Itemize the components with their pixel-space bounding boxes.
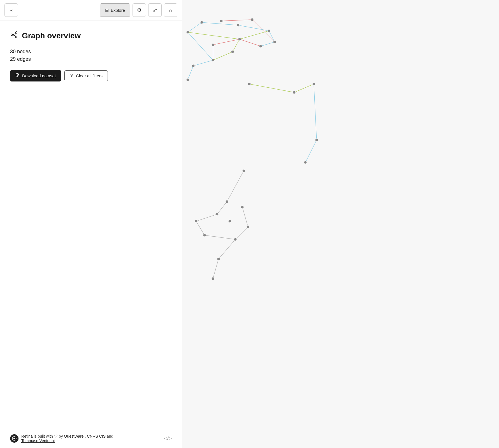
svg-line-37: [217, 202, 227, 214]
footer: Retina is built with ♡ by OuestWare , CN…: [0, 429, 182, 448]
svg-point-73: [217, 258, 220, 260]
svg-point-61: [312, 83, 315, 85]
left-panel: « ⊞ Explore ⚙ ⤢ ⌂: [0, 0, 182, 448]
svg-line-27: [233, 39, 240, 52]
svg-point-53: [238, 38, 241, 41]
explore-icon: ⊞: [105, 8, 109, 13]
collapse-button[interactable]: «: [4, 3, 18, 17]
main-content: Graph overview 30 nodes 29 edges Downloa…: [0, 20, 182, 429]
svg-line-22: [188, 66, 193, 80]
svg-point-54: [231, 50, 234, 53]
svg-point-47: [220, 20, 223, 22]
download-icon: [15, 73, 20, 78]
svg-point-45: [186, 31, 189, 34]
home-button[interactable]: ⌂: [164, 3, 177, 17]
svg-point-70: [234, 238, 237, 241]
svg-point-58: [212, 43, 214, 46]
graph-overview-icon: [10, 31, 18, 41]
svg-line-33: [252, 20, 275, 42]
svg-line-38: [196, 214, 217, 221]
svg-point-66: [216, 213, 219, 216]
svg-point-55: [212, 59, 214, 62]
svg-line-20: [188, 32, 213, 60]
action-buttons: Download dataset Clear all filters: [10, 70, 172, 81]
home-icon: ⌂: [169, 7, 172, 13]
svg-point-62: [315, 139, 318, 141]
clear-filters-label: Clear all filters: [76, 73, 103, 78]
graph-canvas[interactable]: [182, 0, 499, 448]
download-dataset-button[interactable]: Download dataset: [10, 70, 61, 81]
svg-line-6: [15, 35, 16, 37]
svg-point-46: [200, 21, 203, 24]
svg-line-41: [235, 227, 248, 239]
svg-line-32: [221, 20, 252, 21]
svg-point-69: [247, 225, 249, 228]
footer-text-built: is built with ♡ by: [34, 434, 64, 438]
share-button[interactable]: ⤢: [148, 3, 162, 17]
svg-point-64: [242, 169, 245, 172]
cnrs-link[interactable]: CNRS CIS: [87, 434, 106, 438]
footer-left: Retina is built with ♡ by OuestWare , CN…: [10, 434, 113, 443]
svg-point-57: [186, 78, 189, 81]
footer-text: Retina is built with ♡ by OuestWare , CN…: [21, 434, 113, 443]
svg-line-28: [213, 52, 233, 60]
svg-point-59: [248, 83, 251, 85]
svg-line-21: [193, 60, 213, 66]
svg-line-30: [294, 84, 314, 92]
svg-line-24: [314, 84, 317, 140]
svg-point-0: [11, 34, 13, 36]
retina-logo: [10, 434, 18, 443]
svg-line-44: [213, 259, 219, 279]
svg-point-14: [13, 438, 15, 439]
page-title: Graph overview: [22, 31, 81, 40]
svg-point-49: [251, 18, 254, 21]
clear-filters-button[interactable]: Clear all filters: [64, 70, 108, 81]
svg-line-40: [205, 235, 235, 239]
svg-point-72: [195, 220, 198, 223]
tommaso-link[interactable]: Tommaso Venturini: [21, 438, 55, 443]
svg-line-39: [196, 221, 205, 235]
svg-point-50: [268, 29, 270, 32]
svg-line-15: [188, 22, 202, 32]
svg-line-36: [227, 171, 244, 202]
ouestware-link[interactable]: OuestWare: [64, 434, 83, 438]
explore-button[interactable]: ⊞ Explore: [100, 3, 130, 17]
svg-line-34: [240, 39, 261, 46]
svg-point-63: [304, 161, 307, 164]
svg-point-65: [226, 200, 228, 203]
svg-line-19: [261, 42, 275, 46]
svg-point-51: [273, 41, 276, 43]
svg-line-23: [305, 140, 317, 162]
svg-point-67: [228, 220, 231, 223]
filters-icon: ⚙: [137, 7, 141, 13]
svg-point-52: [259, 45, 262, 48]
explore-label: Explore: [111, 8, 125, 13]
footer-and: and: [107, 434, 113, 438]
svg-line-18: [269, 31, 275, 42]
nodes-count: 30 nodes: [10, 49, 172, 55]
toolbar: « ⊞ Explore ⚙ ⤢ ⌂: [0, 0, 182, 20]
svg-line-42: [242, 207, 248, 227]
share-icon: ⤢: [153, 7, 157, 13]
svg-line-25: [188, 32, 240, 39]
svg-point-48: [237, 24, 240, 27]
svg-point-60: [293, 91, 296, 94]
svg-line-5: [15, 33, 16, 34]
svg-point-68: [241, 206, 244, 209]
clear-filters-icon: [70, 73, 74, 78]
section-title: Graph overview: [10, 31, 172, 41]
retina-link[interactable]: Retina: [21, 434, 33, 438]
svg-point-74: [212, 277, 214, 280]
svg-point-71: [203, 234, 206, 237]
svg-line-16: [202, 22, 238, 25]
graph-panel[interactable]: [182, 0, 499, 448]
svg-point-56: [192, 64, 195, 67]
svg-line-17: [238, 25, 269, 31]
svg-line-35: [213, 39, 240, 45]
download-label: Download dataset: [22, 73, 56, 78]
svg-line-43: [219, 239, 235, 259]
filters-button[interactable]: ⚙: [133, 3, 146, 17]
svg-line-31: [249, 84, 294, 92]
svg-line-12: [72, 76, 73, 76]
edges-count: 29 edges: [10, 56, 172, 62]
